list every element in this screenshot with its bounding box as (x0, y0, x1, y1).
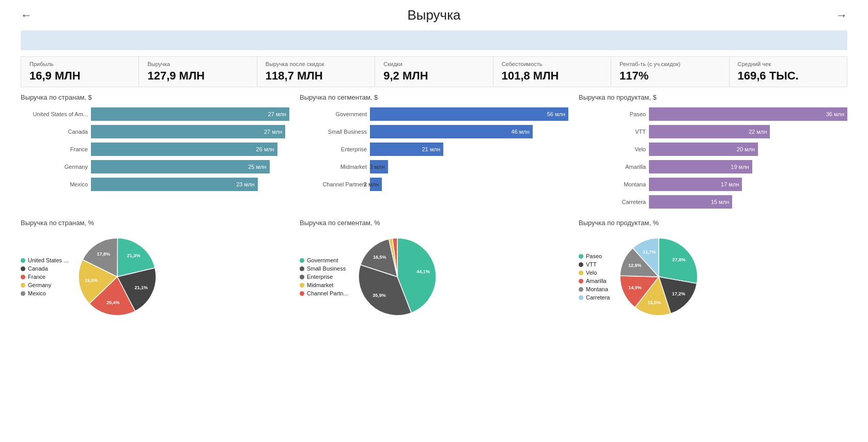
bar-row: Montana 17 млн (579, 178, 847, 191)
legend-label: Paseo (586, 253, 602, 259)
filter-bar[interactable] (21, 30, 847, 50)
bar-value: 26 млн (254, 146, 274, 152)
bar-fill: 36 млн (649, 107, 847, 121)
bar-fill: 27 млн (91, 107, 289, 121)
bar-wrap: 23 млн (91, 178, 289, 191)
kpi-item: Прибыль 16,9 МЛН (21, 57, 139, 87)
bar-label: Midmarket (300, 164, 367, 170)
bar-wrap: 3 млн (370, 160, 568, 173)
bar-value: 17 млн (719, 181, 739, 187)
bar-wrap: 26 млн (91, 143, 289, 156)
bar-label: Montana (579, 181, 646, 187)
legend-label: Enterprise (307, 274, 333, 280)
bar-fill: 3 млн (370, 160, 388, 173)
next-button[interactable]: → (836, 10, 847, 21)
legend-label: Amarilla (586, 278, 607, 284)
bar-chart-segments: Выручка по сегментам, $ Government 56 мл… (300, 93, 579, 209)
pie-label: 21,3% (127, 253, 141, 258)
kpi-row: Прибыль 16,9 МЛНВыручка 127,9 МЛНВыручка… (21, 56, 847, 87)
legend-label: Carretera (586, 294, 610, 301)
legend-dot (579, 262, 583, 267)
bar-fill: 25 млн (91, 160, 270, 173)
page-title: Выручка (407, 7, 460, 23)
legend-dot (300, 291, 304, 296)
bar-wrap: 19 млн (649, 160, 847, 173)
bar-value: 46 млн (509, 129, 530, 135)
legend-item: Amarilla (579, 278, 610, 284)
bar-fill: 17 млн (649, 178, 742, 191)
bar-products-title: Выручка по продуктам, $ (579, 93, 847, 101)
bar-row: Channel Partners 2 млн (300, 178, 568, 191)
bar-row: Amarilla 19 млн (579, 160, 847, 173)
legend-item: Paseo (579, 253, 610, 259)
pie-label: 44,1% (416, 269, 430, 274)
bar-label: France (21, 146, 88, 152)
bar-countries-title: Выручка по странам, $ (21, 93, 289, 101)
legend-dot (579, 287, 583, 292)
pie-countries-title: Выручка по странам, % (21, 219, 289, 227)
legend-item: Carretera (579, 294, 610, 301)
legend-label: Velo (586, 270, 597, 276)
bar-label: Enterprise (300, 146, 367, 152)
bar-fill: 23 млн (91, 178, 258, 191)
bar-fill: 26 млн (91, 143, 277, 156)
kpi-label: Скидки (383, 61, 484, 67)
bar-label: Small Business (300, 129, 367, 135)
bar-value: 27 млн (266, 111, 286, 117)
legend-item: Enterprise (300, 274, 348, 280)
kpi-item: Выручка после скидок 118,7 МЛН (257, 57, 375, 87)
bar-fill: 15 млн (649, 195, 732, 209)
kpi-value: 101,8 МЛН (502, 69, 602, 83)
bar-wrap: 27 млн (91, 107, 289, 121)
kpi-label: Средний чек (738, 61, 839, 67)
bar-fill: 46 млн (370, 125, 533, 138)
bar-label: Government (300, 111, 367, 117)
bar-value: 15 млн (709, 199, 729, 205)
legend-item: Midmarket (300, 282, 348, 288)
kpi-value: 9,2 МЛН (383, 69, 484, 83)
bar-label: Channel Partners (300, 181, 367, 187)
bar-label: United States of Am... (21, 111, 88, 117)
legend-dot (300, 258, 304, 263)
legend-dot (21, 283, 25, 288)
legend-dot (21, 291, 25, 296)
bar-charts-section: Выручка по странам, $ United States of A… (21, 93, 847, 209)
kpi-label: Выручка (147, 61, 248, 67)
bar-value: 3 млн (367, 164, 384, 170)
kpi-item: Себестоимость 101,8 МЛН (493, 57, 611, 87)
pie-label: 11,7% (643, 249, 656, 255)
legend-item: Montana (579, 286, 610, 292)
pie-charts-section: Выручка по странам, % United States ... … (21, 219, 847, 321)
bar-label: Velo (579, 146, 646, 152)
bar-chart-products: Выручка по продуктам, $ Paseo 36 млн VTT… (579, 93, 847, 209)
legend-label: Canada (28, 265, 48, 272)
legend-label: Channel Partn... (307, 290, 348, 296)
bar-row: Small Business 46 млн (300, 125, 568, 138)
kpi-value: 16,9 МЛН (29, 69, 130, 83)
bar-label: VTT (579, 129, 646, 135)
bar-wrap: 25 млн (91, 160, 289, 173)
bar-wrap: 27 млн (91, 125, 289, 138)
pie-label: 21,1% (135, 285, 148, 290)
legend-dot (300, 283, 304, 288)
bar-fill: 2 млн (370, 178, 382, 191)
kpi-label: Себестоимость (502, 61, 602, 67)
pie-col-countries: Выручка по странам, % United States ... … (21, 219, 300, 321)
bar-label: Mexico (21, 181, 88, 187)
pie-label: 16,5% (373, 255, 386, 260)
bar-wrap: 22 млн (649, 125, 847, 138)
bar-fill: 22 млн (649, 125, 770, 138)
bar-label: Germany (21, 164, 88, 170)
legend-item: Velo (579, 270, 610, 276)
bar-value: 2 млн (362, 181, 379, 187)
prev-button[interactable]: ← (21, 10, 32, 21)
bar-segments-title: Выручка по сегментам, $ (300, 93, 568, 101)
bar-wrap: 36 млн (649, 107, 847, 121)
legend-item: France (21, 274, 68, 280)
bar-value: 20 млн (735, 146, 755, 152)
bar-wrap: 56 млн (370, 107, 568, 121)
legend-label: Small Business (307, 265, 346, 272)
bar-wrap: 15 млн (649, 195, 847, 209)
legend-dot (21, 258, 25, 263)
legend-label: United States ... (28, 257, 68, 263)
